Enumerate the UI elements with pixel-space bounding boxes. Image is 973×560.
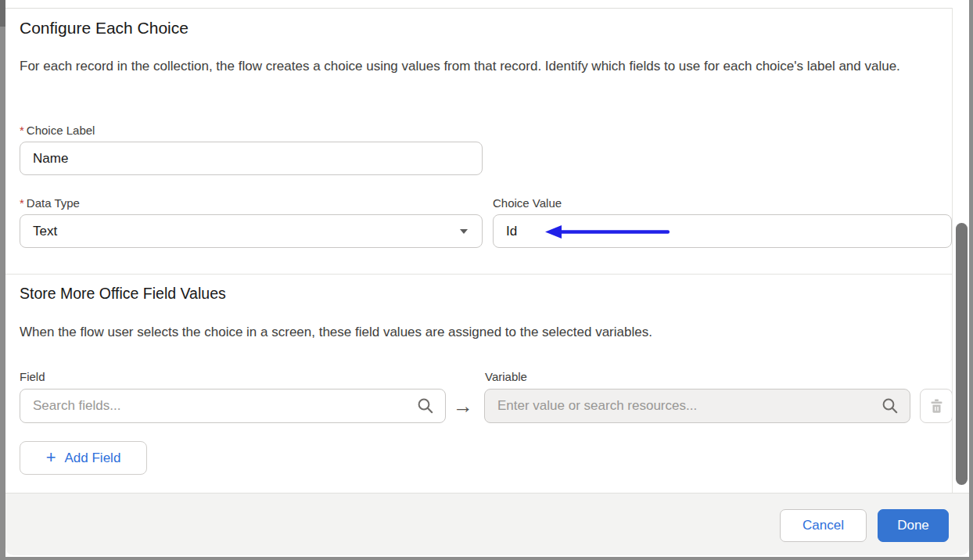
- field-search-input[interactable]: [20, 398, 411, 414]
- choice-value-label-text: Choice Value: [493, 196, 562, 210]
- chevron-down-icon: [460, 229, 468, 234]
- modal-footer: Cancel Done: [5, 493, 969, 555]
- required-asterisk: *: [20, 124, 24, 137]
- variable-search-combobox[interactable]: [484, 389, 910, 423]
- section-title-configure-each-choice: Configure Each Choice: [20, 19, 188, 38]
- data-type-label-text: Data Type: [27, 196, 80, 210]
- data-type-dropdown[interactable]: Text: [20, 214, 483, 248]
- variable-search-input[interactable]: [485, 398, 875, 414]
- trash-icon: [929, 398, 944, 414]
- add-field-button-label: Add Field: [65, 451, 121, 466]
- cancel-button[interactable]: Cancel: [780, 509, 867, 542]
- arrow-right-icon: →: [453, 394, 473, 418]
- section-description-store: When the flow user selects the choice in…: [20, 321, 952, 344]
- window-edge-right: [969, 0, 973, 557]
- search-icon: [881, 397, 899, 415]
- add-field-button[interactable]: + Add Field: [20, 441, 147, 475]
- field-column-label: Field: [20, 370, 45, 383]
- variable-column-label: Variable: [485, 370, 527, 383]
- window-edge-left: [0, 0, 5, 560]
- section-description-configure: For each record in the collection, the f…: [20, 55, 952, 78]
- required-asterisk: *: [20, 196, 24, 210]
- content-right-border: [952, 8, 953, 493]
- window-edge-left-top: [0, 0, 5, 27]
- annotation-arrow-left-icon: [545, 224, 670, 239]
- section-title-store-more-values: Store More Office Field Values: [20, 285, 226, 303]
- window-edge-bottom: [0, 557, 973, 560]
- choice-label-field-label: *Choice Label: [20, 124, 95, 137]
- choice-value-field-label: Choice Value: [493, 196, 562, 210]
- section-divider: [5, 274, 952, 275]
- choice-label-label-text: Choice Label: [27, 124, 95, 137]
- scrollbar-thumb[interactable]: [956, 223, 968, 485]
- plus-icon: +: [46, 449, 56, 466]
- choice-configuration-panel: Configure Each Choice For each record in…: [0, 0, 973, 560]
- done-button[interactable]: Done: [878, 509, 949, 542]
- data-type-selected-value: Text: [33, 224, 57, 239]
- search-icon: [417, 397, 434, 415]
- data-type-field-label: *Data Type: [20, 196, 80, 210]
- choice-label-input[interactable]: [20, 142, 483, 175]
- top-divider: [5, 8, 952, 9]
- delete-row-button[interactable]: [920, 389, 953, 423]
- field-search-combobox[interactable]: [20, 389, 446, 423]
